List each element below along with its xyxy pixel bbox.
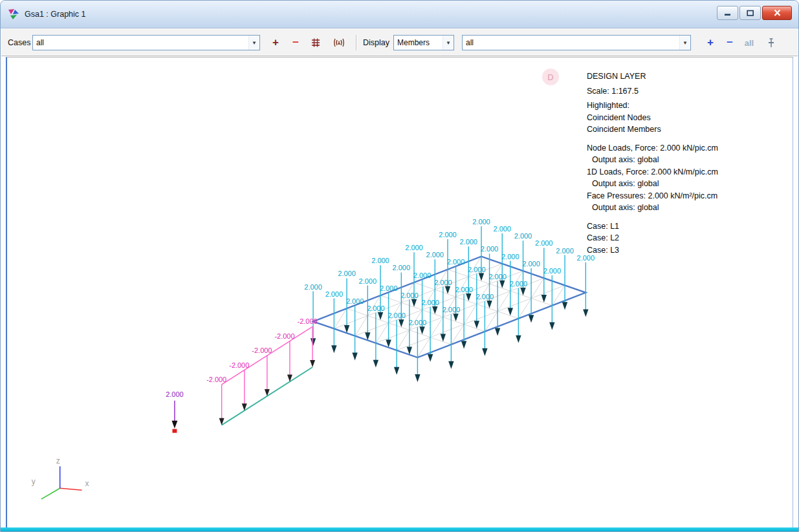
graphics-toolbar: Cases all ▼ + − — [1, 29, 798, 56]
svg-text:2.000: 2.000 — [460, 238, 477, 246]
display-label: Display — [363, 29, 389, 56]
maximize-icon — [747, 10, 754, 17]
svg-text:2.000: 2.000 — [443, 306, 460, 314]
chevron-down-icon: ▼ — [679, 36, 690, 50]
svg-text:2.000: 2.000 — [400, 292, 418, 299]
svg-text:2.000: 2.000 — [359, 277, 377, 285]
pin-button[interactable] — [762, 29, 780, 56]
entity-filter-combobox[interactable]: all ▼ — [462, 35, 691, 50]
caption-buttons — [717, 6, 792, 20]
svg-text:2.000: 2.000 — [510, 280, 527, 288]
pin-icon — [767, 37, 776, 48]
svg-text:2.000: 2.000 — [426, 251, 444, 259]
axis-triad: xyz — [32, 456, 89, 499]
svg-text:2.000: 2.000 — [494, 225, 511, 233]
svg-text:2.000: 2.000 — [468, 266, 485, 273]
svg-text:2.000: 2.000 — [409, 319, 426, 326]
annotation-line: Highlighted: — [587, 100, 718, 112]
annotation-panel: DESIGN LAYER Scale: 1:167.5 Highlighted:… — [587, 70, 718, 256]
annotation-line: Coincident Nodes — [587, 112, 718, 124]
load-diagram-button[interactable] — [307, 29, 325, 56]
chevron-down-icon: ▼ — [443, 36, 454, 50]
svg-text:2.000: 2.000 — [472, 218, 490, 226]
svg-text:-2.000: -2.000 — [206, 376, 226, 383]
display-combobox[interactable]: Members ▼ — [393, 35, 454, 50]
svg-text:2.000: 2.000 — [380, 284, 397, 292]
title-bar[interactable]: Gsa1 : Graphic 1 — [1, 1, 798, 28]
close-icon — [773, 9, 782, 17]
svg-text:y: y — [32, 477, 36, 486]
close-button[interactable] — [762, 6, 792, 20]
app-icon — [7, 8, 20, 21]
face-load-labels: 2.0002.0002.0002.0002.0002.0002.0002.000… — [304, 218, 595, 326]
cases-label: Cases — [8, 29, 30, 56]
annotation-line: Scale: 1:167.5 — [587, 85, 718, 98]
svg-text:2.000: 2.000 — [434, 279, 452, 286]
show-all-button[interactable]: all — [739, 29, 760, 56]
svg-text:2.000: 2.000 — [367, 304, 384, 312]
svg-text:2.000: 2.000 — [413, 271, 431, 279]
window-bottom-edge — [1, 527, 798, 531]
svg-text:2.000: 2.000 — [488, 273, 506, 281]
cases-combobox-value: all — [36, 38, 248, 47]
annotation-line: Node Loads, Force: 2.000 kN/pic.cm — [587, 142, 718, 154]
toolbar-separator — [356, 35, 356, 50]
entity-filter-value: all — [466, 38, 679, 47]
svg-text:2.000: 2.000 — [325, 290, 343, 298]
svg-text:2.000: 2.000 — [393, 264, 410, 271]
remove-case-button[interactable]: − — [287, 29, 305, 56]
svg-text:2.000: 2.000 — [455, 286, 472, 293]
graphics-canvas[interactable]: 2.0002.0002.0002.0002.0002.0002.0002.000… — [6, 57, 793, 527]
cases-combobox[interactable]: all ▼ — [32, 35, 260, 50]
annotation-line: Face Pressures: 2.000 kN/m²/pic.cm — [587, 190, 718, 202]
minimize-button[interactable] — [717, 6, 738, 20]
annotation-line: Case: L2 — [587, 232, 718, 244]
svg-text:-2.000: -2.000 — [274, 332, 294, 340]
svg-text:2.000: 2.000 — [439, 231, 456, 239]
annotation-line: 1D Loads, Force: 2.000 kN/m/pic.cm — [587, 166, 718, 178]
svg-text:2.000: 2.000 — [476, 293, 494, 301]
svg-text:2.000: 2.000 — [346, 297, 364, 305]
svg-text:2.000: 2.000 — [522, 260, 540, 268]
svg-text:2.000: 2.000 — [481, 245, 498, 253]
chevron-down-icon: ▼ — [248, 36, 259, 50]
svg-text:2.000: 2.000 — [338, 270, 355, 277]
window-title: Gsa1 : Graphic 1 — [25, 10, 86, 19]
svg-text:-2.000: -2.000 — [298, 317, 318, 325]
node-load-arrow: 2.000 — [166, 390, 183, 433]
design-layer-badge[interactable]: D — [542, 69, 559, 85]
remove-entity-button[interactable]: − — [721, 29, 739, 56]
svg-text:2.000: 2.000 — [388, 312, 405, 319]
svg-text:2.000: 2.000 — [405, 244, 422, 251]
add-entity-button[interactable]: + — [701, 29, 719, 56]
svg-text:x: x — [85, 479, 89, 488]
minimize-icon — [724, 10, 732, 16]
svg-text:2.000: 2.000 — [371, 257, 389, 264]
annotation-line: Output axis: global — [587, 202, 718, 214]
annotation-line: Case: L1 — [587, 220, 718, 233]
annotation-line: DESIGN LAYER — [587, 70, 718, 83]
beam-load-arrows — [219, 326, 315, 425]
svg-text:z: z — [56, 456, 60, 465]
svg-text:2.000: 2.000 — [421, 299, 439, 306]
add-case-button[interactable]: + — [267, 29, 285, 56]
annotation-line: Output axis: global — [587, 154, 718, 166]
svg-text:2.000: 2.000 — [535, 239, 553, 247]
annotation-line: Case: L3 — [587, 244, 718, 257]
svg-text:-2.000: -2.000 — [252, 346, 272, 354]
svg-text:2.000: 2.000 — [501, 253, 519, 261]
load-diagram-icon — [311, 37, 321, 48]
display-combobox-value: Members — [397, 38, 443, 47]
maximize-button[interactable] — [739, 6, 761, 20]
annotation-line: Coincident Members — [587, 123, 718, 136]
svg-text:2.000: 2.000 — [556, 247, 573, 255]
annotation-line: Output axis: global — [587, 178, 718, 190]
svg-text:-2.000: -2.000 — [229, 361, 249, 369]
svg-text:2.000: 2.000 — [166, 390, 183, 398]
svg-text:2.000: 2.000 — [304, 283, 322, 291]
animate-view-button[interactable] — [328, 29, 350, 56]
radio-waves-icon — [333, 37, 345, 48]
beam-load-labels: -2.000-2.000-2.000-2.000-2.000 — [206, 317, 317, 383]
svg-text:2.000: 2.000 — [543, 267, 561, 275]
svg-text:2.000: 2.000 — [447, 258, 465, 266]
